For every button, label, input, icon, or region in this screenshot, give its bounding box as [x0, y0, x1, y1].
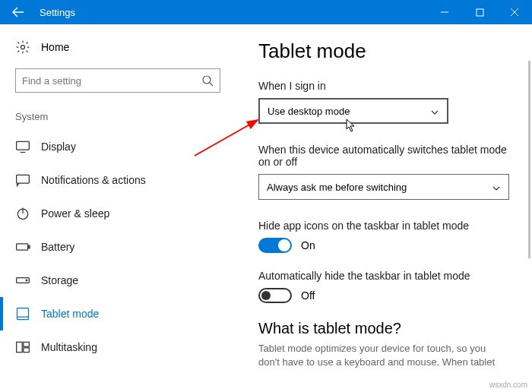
- sidebar-item-label: Display: [41, 141, 76, 153]
- sidebar-item-label: Battery: [41, 241, 74, 253]
- svg-rect-1: [477, 9, 483, 16]
- gear-icon: [15, 40, 30, 55]
- svg-point-4: [21, 46, 25, 49]
- hide-icons-toggle[interactable]: [258, 238, 292, 253]
- auto-hide-toggle[interactable]: [258, 288, 292, 303]
- svg-point-15: [26, 280, 27, 281]
- svg-rect-13: [29, 245, 30, 248]
- sidebar: Home System Display Notifications & acti…: [0, 24, 236, 392]
- chevron-down-icon: [492, 182, 501, 191]
- group-label: System: [15, 111, 220, 122]
- window-controls: [427, 0, 532, 24]
- tablet-icon: [15, 306, 30, 321]
- multitask-icon: [15, 340, 30, 355]
- sidebar-item-power[interactable]: Power & sleep: [15, 197, 220, 230]
- watermark: wsxdn.com: [489, 381, 527, 389]
- svg-line-6: [210, 83, 213, 86]
- what-heading: What is tablet mode?: [258, 320, 509, 337]
- auto-hide-label: Automatically hide the taskbar in tablet…: [258, 270, 509, 282]
- sidebar-item-label: Storage: [41, 274, 78, 286]
- dropdown-value: Use desktop mode: [268, 106, 350, 117]
- power-icon: [15, 206, 30, 221]
- home-link[interactable]: Home: [15, 40, 220, 55]
- switch-label: When this device automatically switches …: [258, 144, 509, 168]
- signin-label: When I sign in: [258, 80, 509, 92]
- toggle-state: Off: [301, 289, 315, 302]
- home-label: Home: [41, 41, 69, 53]
- svg-rect-9: [17, 175, 30, 183]
- svg-rect-19: [24, 342, 30, 346]
- svg-rect-20: [24, 348, 30, 352]
- hide-icons-label: Hide app icons on the taskbar in tablet …: [258, 220, 509, 232]
- chat-icon: [15, 172, 30, 188]
- sidebar-item-storage[interactable]: Storage: [15, 264, 220, 297]
- sidebar-item-multitasking[interactable]: Multitasking: [15, 330, 220, 364]
- scrollbar[interactable]: [528, 61, 530, 258]
- minimize-button[interactable]: [427, 0, 462, 24]
- window-title: Settings: [36, 7, 427, 18]
- page-title: Tablet mode: [258, 40, 509, 63]
- sidebar-item-tablet-mode[interactable]: Tablet mode: [15, 297, 220, 330]
- sidebar-item-label: Power & sleep: [41, 207, 109, 220]
- what-desc: Tablet mode optimizes your device for to…: [258, 342, 509, 369]
- sidebar-item-notifications[interactable]: Notifications & actions: [15, 163, 220, 197]
- main-panel: Tablet mode When I sign in Use desktop m…: [236, 24, 532, 392]
- monitor-icon: [15, 139, 30, 154]
- svg-rect-16: [17, 308, 29, 320]
- sidebar-item-label: Multitasking: [41, 341, 97, 353]
- svg-point-5: [203, 76, 211, 84]
- sidebar-item-label: Notifications & actions: [41, 174, 146, 186]
- back-button[interactable]: [0, 0, 36, 24]
- search-icon: [201, 74, 214, 87]
- search-box[interactable]: [15, 68, 220, 93]
- signin-dropdown[interactable]: Use desktop mode: [258, 98, 448, 124]
- svg-rect-7: [17, 141, 30, 150]
- sidebar-item-display[interactable]: Display: [15, 130, 220, 163]
- title-bar: Settings: [0, 0, 532, 24]
- battery-icon: [15, 239, 30, 254]
- svg-rect-18: [17, 342, 23, 352]
- dropdown-value: Always ask me before switching: [267, 182, 407, 193]
- sidebar-item-battery[interactable]: Battery: [15, 230, 220, 264]
- search-input[interactable]: [22, 75, 201, 87]
- toggle-state: On: [301, 239, 315, 251]
- close-button[interactable]: [497, 0, 532, 24]
- sidebar-item-label: Tablet mode: [41, 308, 99, 320]
- switch-dropdown[interactable]: Always ask me before switching: [258, 174, 509, 200]
- svg-rect-12: [17, 244, 28, 250]
- drive-icon: [15, 273, 30, 288]
- chevron-down-icon: [430, 106, 439, 115]
- maximize-button[interactable]: [462, 0, 497, 24]
